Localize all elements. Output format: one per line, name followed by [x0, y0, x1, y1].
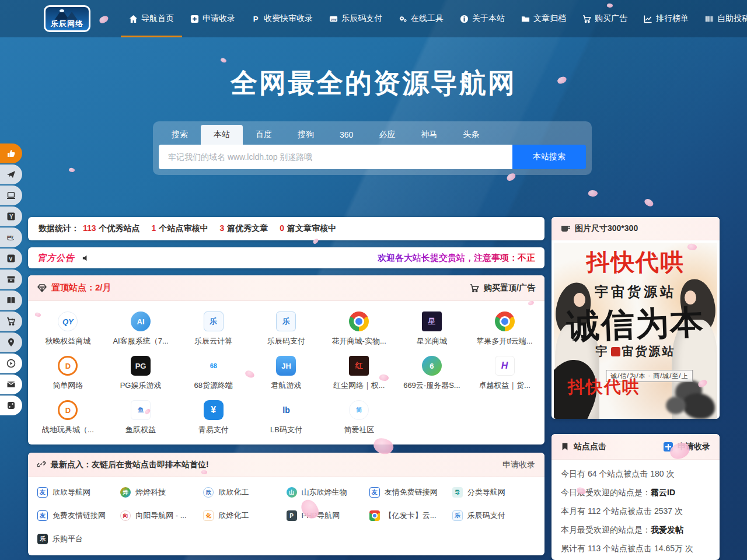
latest-site[interactable]: 友友情免费链接网 [369, 481, 452, 504]
site-name: 欣欣导航网 [53, 487, 90, 498]
pinned-site[interactable]: 苹果多开tf云端... [468, 306, 541, 350]
vimeo-button[interactable]: v [0, 249, 22, 268]
nav-item-ranking[interactable]: 排行榜单 [636, 0, 697, 37]
pinned-sites-card: 置顶站点：2/月 购买置顶/广告 QY秋晚权益商城 AIAI客服系统（7... … [28, 275, 544, 444]
nav-item-contribute[interactable]: 自助投稿 [697, 0, 747, 37]
cart-plus-button[interactable] [0, 312, 22, 331]
latest-site[interactable]: 【亿发卡】云... [369, 504, 452, 527]
petal [588, 190, 598, 198]
tab-bing[interactable]: 必应 [366, 125, 408, 145]
thumbs-up-button[interactable] [0, 144, 22, 163]
nav-item-home[interactable]: 导航首页 [121, 0, 182, 37]
latest-site[interactable]: 友欣欣导航网 [37, 481, 120, 504]
nav-item-about[interactable]: 关于本站 [452, 0, 513, 37]
pinned-site[interactable]: H卓越权益｜货... [468, 350, 541, 394]
latest-site[interactable]: 山山东欣烨生物 [287, 481, 369, 504]
latest-site[interactable]: 化欣烨化工 [203, 504, 286, 527]
amazon-pay-button[interactable]: pay [0, 228, 22, 247]
nav-label: 购买广告 [595, 13, 627, 24]
nav-item-archive[interactable]: 文章归档 [513, 0, 574, 37]
nav-item-paid-review[interactable]: P 收费快审收录 [243, 0, 321, 37]
stat-sites-pending: 1个站点审核中 [152, 223, 208, 234]
pinned-site[interactable]: 红红尘网络｜权... [323, 350, 396, 394]
book-button[interactable] [0, 290, 22, 310]
nav-item-pay[interactable]: pay 乐辰码支付 [321, 0, 390, 37]
pinned-site[interactable]: 鱼鱼跃权益 [104, 394, 177, 439]
announcement-marquee[interactable]: 欢迎各大站长提交贵站，注意事项：不正 [90, 253, 535, 264]
nav-item-submit[interactable]: 申请收录 [182, 0, 243, 37]
pinned-site[interactable]: 乐乐辰云计算 [177, 306, 250, 350]
tab-this-site[interactable]: 本站 [201, 125, 243, 145]
tab-search[interactable]: 搜索 [159, 125, 201, 145]
pinned-site[interactable]: QY秋晚权益商城 [32, 306, 104, 350]
tab-sogou[interactable]: 搜狗 [285, 125, 327, 145]
pinned-site[interactable]: 6868货源终端 [177, 350, 250, 394]
pinned-site[interactable]: ¥青易支付 [177, 394, 250, 439]
pinned-site[interactable]: 乐乐辰码支付 [250, 306, 323, 350]
stat-sites: 113个优秀站点 [83, 223, 140, 234]
site-favicon: H [495, 356, 515, 376]
clicks-line: 今日最受欢迎的站点是：霜云ID [561, 483, 710, 502]
latest-site[interactable]: 乐乐辰码支付 [452, 504, 535, 527]
site-name: 星光商城 [417, 336, 447, 346]
site-favicon: 乐 [452, 510, 463, 521]
pinned-site[interactable]: D简单网络 [32, 350, 104, 394]
pinned-site[interactable]: AIAI客服系统（7... [104, 306, 177, 350]
site-logo[interactable]: 乐辰网络 [44, 5, 90, 32]
tab-toutiao[interactable]: 头条 [450, 125, 492, 145]
pinned-site[interactable]: JH君航游戏 [250, 350, 323, 394]
site-favicon: JH [276, 356, 296, 376]
tab-shenma[interactable]: 神马 [408, 125, 450, 145]
pinned-site[interactable]: PGPG娱乐游戏 [104, 350, 177, 394]
search-button[interactable]: 本站搜索 [512, 145, 586, 169]
site-name: 战地玩具城（... [42, 425, 94, 435]
chart-icon [644, 15, 652, 23]
laptop-button[interactable] [0, 186, 22, 205]
announcement-bar: 官方公告 欢迎各大站长提交贵站，注意事项：不正 [28, 247, 544, 268]
apply-link[interactable]: 申请收录 [664, 442, 710, 452]
ad-headline: 抖快代哄 [554, 246, 717, 278]
pinned-site[interactable]: 星星光商城 [396, 306, 469, 350]
archive-button[interactable] [0, 270, 22, 289]
location-button[interactable] [0, 332, 22, 352]
apply-link[interactable]: 申请收录 [502, 460, 535, 470]
mail-button[interactable] [0, 374, 22, 394]
clicks-line: 本月有 112 个站点被点击 2537 次 [561, 502, 710, 520]
dice-button[interactable] [0, 396, 22, 415]
pinned-site[interactable]: lbLB码支付 [250, 394, 323, 439]
pinned-site[interactable]: 花开商城-实物... [323, 306, 396, 350]
search-engine-tabs: 搜索 本站 百度 搜狗 360 必应 神马 头条 [159, 125, 586, 145]
paper-plane-button[interactable] [0, 164, 22, 184]
site-name: 君航游戏 [271, 380, 301, 391]
pinned-site[interactable]: D战地玩具城（... [32, 394, 104, 439]
ad-banner[interactable]: 抖快代哄 宇宙货源站 诚信为本 宇宙货源站 诚/信/为/本 · 商/城/至/上 … [554, 243, 717, 419]
nav-item-tools[interactable]: 在线工具 [390, 0, 452, 37]
search-input[interactable] [159, 145, 512, 169]
site-favicon: 友 [369, 487, 380, 498]
y-combinator-button[interactable]: Y [0, 206, 22, 226]
latest-site[interactable]: 乐乐购平台 [37, 527, 120, 551]
top-navbar: 乐辰网络 导航首页 申请收录 P 收费快审收录 pay 乐辰码支付 在线工具 关… [0, 0, 747, 37]
buy-pinned-link[interactable]: 购买置顶/广告 [470, 283, 535, 293]
right-sidebar: 图片尺寸300*300 抖快代哄 宇宙货源站 诚信为本 宇宙货源站 诚/信/为/… [551, 217, 720, 560]
latest-site[interactable]: 欣欣欣化工 [203, 481, 286, 504]
paper-plane-icon [6, 170, 16, 179]
latest-site[interactable]: 向向阳导航网 - ... [120, 504, 203, 527]
float-sidebar: Y pay v [0, 144, 22, 416]
speaker-icon [82, 254, 90, 262]
tab-baidu[interactable]: 百度 [243, 125, 285, 145]
site-favicon: 乐 [204, 312, 224, 331]
latest-site[interactable]: 烨烨烨科技 [120, 481, 203, 504]
nav-item-buy-ads[interactable]: 购买广告 [574, 0, 636, 37]
tab-360[interactable]: 360 [327, 125, 366, 145]
latest-site[interactable]: 导分类导航网 [452, 481, 535, 504]
pinned-site[interactable]: 简简爱社区 [323, 394, 396, 439]
latest-site[interactable]: PPHP导航网 [287, 504, 369, 527]
site-favicon: 导 [452, 487, 463, 498]
pinned-site[interactable]: 6669云-服务器S... [396, 350, 469, 394]
latest-site[interactable]: 友免费友情链接网 [37, 504, 120, 527]
svg-text:Y: Y [9, 214, 13, 220]
site-favicon: 友 [37, 510, 48, 521]
play-button[interactable] [0, 354, 22, 373]
site-name: 向阳导航网 - ... [135, 510, 186, 521]
